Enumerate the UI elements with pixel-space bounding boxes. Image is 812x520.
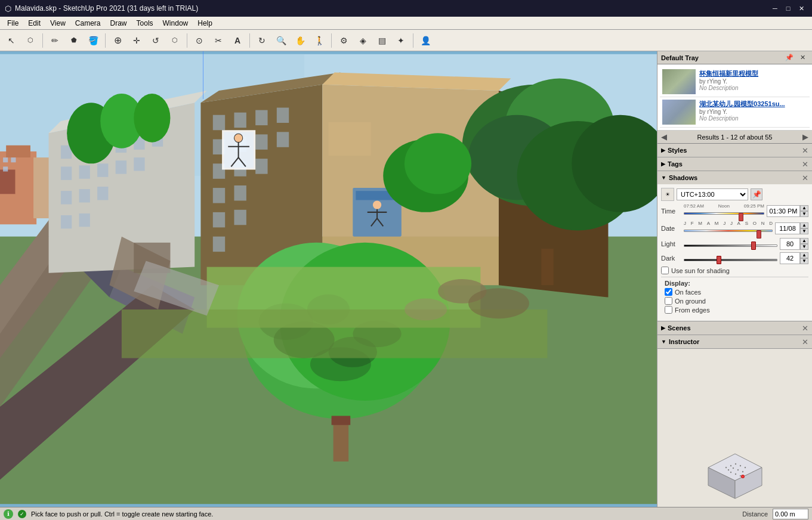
- time-thumb[interactable]: [739, 213, 743, 221]
- extension-btn[interactable]: ✦: [392, 32, 410, 49]
- styles-section: ▶ Styles ✕: [657, 144, 812, 157]
- scenes-section-header[interactable]: ▶ Scenes ✕: [657, 321, 812, 335]
- time-down-button[interactable]: ▼: [800, 211, 808, 217]
- statusbar: ℹ ✓ Pick face to push or pull. Ctrl = to…: [0, 507, 812, 520]
- zoom-tool[interactable]: 🔍: [272, 32, 290, 49]
- toolbar-sep-2: [105, 33, 106, 48]
- eraser-tool[interactable]: ⬡: [21, 32, 39, 49]
- prev-page-button[interactable]: ◀: [661, 132, 667, 141]
- minimize-button[interactable]: ─: [769, 4, 781, 13]
- dark-row: Dark 42 ▲ ▼: [661, 252, 808, 264]
- rotate-tool[interactable]: ↺: [147, 32, 165, 49]
- month-N: N: [761, 221, 765, 226]
- paint-tool[interactable]: 🪣: [84, 32, 102, 49]
- date-value-display: 11/08: [775, 222, 800, 234]
- select-tool[interactable]: ↖: [2, 32, 20, 49]
- account-btn[interactable]: 👤: [416, 32, 434, 49]
- orbit-tool[interactable]: ↻: [253, 32, 271, 49]
- pencil-tool[interactable]: ✏: [46, 32, 64, 49]
- instructor-section-header[interactable]: ▼ Instructor ✕: [657, 335, 812, 348]
- move-tool[interactable]: ✛: [128, 32, 146, 49]
- display-btn[interactable]: ◈: [354, 32, 372, 49]
- model-card-1[interactable]: 杯集恒福新里程模型 by rYing Y. No Description: [660, 67, 810, 97]
- menu-window[interactable]: Window: [158, 18, 193, 29]
- on-ground-checkbox[interactable]: [665, 297, 672, 305]
- menu-help[interactable]: Help: [193, 18, 217, 29]
- model-title-2[interactable]: 湖北某幼儿.园模型03251su...: [699, 100, 807, 109]
- month-M1: M: [698, 221, 702, 226]
- dark-thumb[interactable]: [717, 256, 721, 264]
- styles-section-header[interactable]: ▶ Styles ✕: [657, 144, 812, 157]
- scenes-close-icon[interactable]: ✕: [802, 324, 808, 333]
- light-thumb[interactable]: [751, 242, 756, 250]
- menu-camera[interactable]: Camera: [70, 18, 106, 29]
- tags-section-header[interactable]: ▶ Tags ✕: [657, 157, 812, 171]
- timezone-select[interactable]: UTC+13:00 UTC+12:00 UTC+11:00 UTC+10:00 …: [677, 188, 748, 200]
- walkthrough-tool[interactable]: 🚶: [310, 32, 328, 49]
- scale-tool[interactable]: ⬡: [166, 32, 184, 49]
- on-faces-checkbox[interactable]: [665, 288, 672, 296]
- menu-draw[interactable]: Draw: [106, 18, 132, 29]
- svg-rect-30: [97, 187, 108, 200]
- time-up-button[interactable]: ▲: [800, 205, 808, 211]
- dark-up-button[interactable]: ▲: [800, 252, 808, 258]
- time-spinner: ▲ ▼: [800, 205, 808, 217]
- menu-file[interactable]: File: [2, 18, 23, 29]
- dark-spinner: ▲ ▼: [800, 252, 808, 264]
- dark-down-button[interactable]: ▼: [800, 258, 808, 264]
- svg-point-104: [744, 467, 745, 468]
- text-tool[interactable]: A: [229, 32, 246, 49]
- svg-point-53: [234, 134, 242, 142]
- maximize-button[interactable]: □: [782, 4, 794, 13]
- tray-pin-button[interactable]: 📌: [783, 53, 795, 63]
- menu-edit[interactable]: Edit: [23, 18, 45, 29]
- sun-icon-button[interactable]: ☀: [661, 188, 674, 201]
- time-slider-track-area[interactable]: [684, 212, 764, 218]
- use-sun-label[interactable]: Use sun for shading: [671, 267, 730, 274]
- next-page-button[interactable]: ▶: [802, 132, 808, 141]
- svg-point-111: [739, 475, 740, 476]
- instructor-close-icon[interactable]: ✕: [802, 338, 808, 346]
- light-value-group: 80 ▲ ▼: [780, 238, 808, 250]
- pushpull-tool[interactable]: ⊕: [109, 32, 126, 49]
- distance-value: 0.00 m: [773, 509, 808, 519]
- timezone-pin-button[interactable]: 📌: [751, 188, 762, 200]
- date-thumb[interactable]: [757, 230, 761, 239]
- dark-slider-container[interactable]: [684, 255, 777, 261]
- light-up-button[interactable]: ▲: [800, 238, 808, 244]
- settings-btn[interactable]: ⚙: [335, 32, 353, 49]
- menu-tools[interactable]: Tools: [132, 18, 158, 29]
- styles-close-icon[interactable]: ✕: [802, 146, 808, 155]
- svg-point-108: [742, 471, 743, 472]
- time-value-group: 01:30 PM ▲ ▼: [767, 205, 808, 217]
- model-title-1[interactable]: 杯集恒福新里程模型: [699, 69, 807, 78]
- date-slider-container: J F M A M J J A S O N D: [684, 221, 773, 236]
- tray-close-button[interactable]: ✕: [796, 53, 808, 63]
- instructor-title: ▼ Instructor: [661, 338, 699, 345]
- date-down-button[interactable]: ▼: [800, 228, 808, 234]
- svg-point-64: [373, 200, 381, 209]
- offset-tool[interactable]: ⊙: [190, 32, 208, 49]
- toolbar-sep-4: [249, 33, 250, 48]
- light-slider-container[interactable]: [684, 241, 777, 247]
- on-ground-label[interactable]: On ground: [675, 298, 706, 305]
- menu-view[interactable]: View: [45, 18, 70, 29]
- layers-btn[interactable]: ▤: [373, 32, 391, 49]
- model-card-2[interactable]: 湖北某幼儿.园模型03251su... by rYing Y. No Descr…: [660, 97, 810, 128]
- light-down-button[interactable]: ▼: [800, 244, 808, 250]
- close-button[interactable]: ✕: [795, 4, 807, 13]
- date-up-button[interactable]: ▲: [800, 222, 808, 228]
- shape-tool[interactable]: ⬟: [65, 32, 83, 49]
- from-edges-checkbox[interactable]: [665, 306, 672, 314]
- tape-tool[interactable]: ✂: [209, 32, 227, 49]
- date-slider-track-area[interactable]: [684, 230, 773, 236]
- viewport[interactable]: [0, 51, 657, 507]
- pan-tool[interactable]: ✋: [291, 32, 309, 49]
- shadows-close-icon[interactable]: ✕: [802, 174, 808, 182]
- use-sun-checkbox[interactable]: [661, 267, 669, 274]
- tags-close-icon[interactable]: ✕: [802, 160, 808, 169]
- shadows-section-header[interactable]: ▼ Shadows ✕: [657, 171, 812, 184]
- from-edges-label[interactable]: From edges: [675, 307, 710, 314]
- on-ground-row: On ground: [665, 297, 805, 305]
- on-faces-label[interactable]: On faces: [675, 289, 701, 296]
